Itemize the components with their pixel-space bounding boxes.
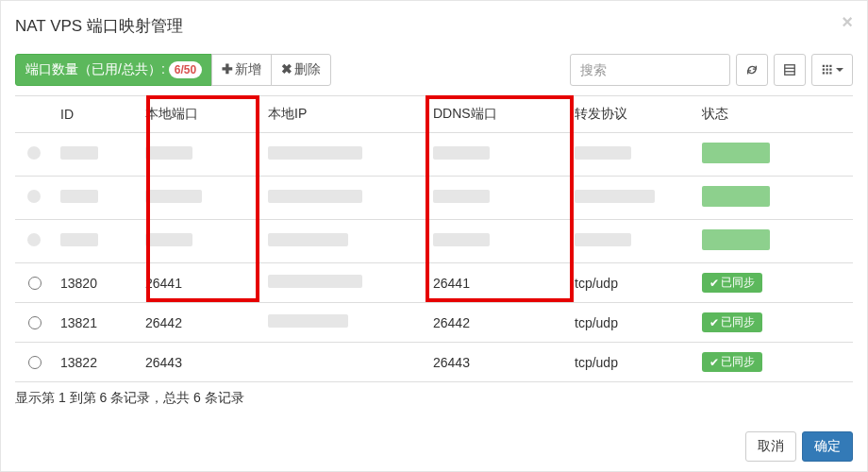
modal-footer: 取消 确定 <box>731 422 867 471</box>
row-radio[interactable] <box>28 316 42 329</box>
columns-button[interactable] <box>774 54 806 86</box>
svg-rect-8 <box>829 69 831 71</box>
svg-rect-9 <box>822 72 824 74</box>
status-badge: ✔已同步 <box>702 312 762 332</box>
table-row[interactable]: 13822 26443 26443 tcp/udp ✔已同步 <box>15 343 853 382</box>
add-label: 新增 <box>235 60 261 79</box>
redacted <box>702 186 770 207</box>
svg-rect-11 <box>829 72 831 74</box>
redacted <box>268 233 348 246</box>
check-icon: ✔ <box>709 356 719 369</box>
cell-protocol: tcp/udp <box>567 263 694 303</box>
caret-down-icon <box>836 66 843 74</box>
svg-rect-0 <box>785 65 795 76</box>
cell-ddns-port: 26441 <box>426 263 567 303</box>
pagination-info: 显示第 1 到第 6 条记录，总共 6 条记录 <box>1 382 867 407</box>
redacted <box>433 233 490 246</box>
redacted <box>268 190 362 203</box>
redacted <box>575 146 631 160</box>
redacted <box>268 314 348 328</box>
cell-ddns-port: 26443 <box>426 343 567 382</box>
cancel-button[interactable]: 取消 <box>745 431 796 462</box>
status-badge: ✔已同步 <box>702 352 762 372</box>
col-local-port[interactable]: 本地端口 <box>138 96 260 133</box>
redacted <box>145 190 202 203</box>
table-row[interactable]: 13821 26442 26442 tcp/udp ✔已同步 <box>15 303 853 343</box>
col-protocol[interactable]: 转发协议 <box>567 96 694 133</box>
row-radio[interactable] <box>28 356 42 369</box>
table-row[interactable] <box>15 177 853 220</box>
toolbar-left: 端口数量（已用/总共）: 6/50 ✚ 新增 ✖ 删除 <box>15 54 331 86</box>
grid-icon <box>822 64 833 76</box>
port-count-badge: 6/50 <box>169 61 202 78</box>
search-input[interactable] <box>570 54 730 86</box>
port-count-label: 端口数量（已用/总共）: <box>25 61 165 78</box>
redacted <box>433 190 490 203</box>
cell-local-port: 26441 <box>138 263 260 303</box>
toolbar-right <box>570 54 853 86</box>
cell-local-port: 26443 <box>138 343 260 382</box>
plus-icon: ✚ <box>222 60 233 79</box>
ok-button[interactable]: 确定 <box>802 431 853 462</box>
toolbar: 端口数量（已用/总共）: 6/50 ✚ 新增 ✖ 删除 <box>1 42 867 95</box>
row-radio[interactable] <box>28 277 42 290</box>
redacted <box>575 233 631 246</box>
redacted <box>702 143 770 163</box>
cell-id: 13820 <box>53 263 138 303</box>
redacted <box>60 146 98 160</box>
svg-rect-4 <box>826 65 827 67</box>
cell-ddns-port: 26442 <box>426 303 567 343</box>
delete-label: 删除 <box>294 60 321 79</box>
refresh-button[interactable] <box>736 54 768 86</box>
redacted <box>27 146 41 160</box>
status-badge: ✔已同步 <box>702 273 762 293</box>
col-local-ip[interactable]: 本地IP <box>260 96 426 133</box>
redacted <box>268 146 362 160</box>
modal-header: NAT VPS 端口映射管理 × <box>1 1 867 37</box>
redacted <box>145 233 192 246</box>
table-body: 13820 26441 26441 tcp/udp ✔已同步 13821 264… <box>15 133 853 382</box>
svg-rect-7 <box>826 69 827 71</box>
modal: NAT VPS 端口映射管理 × 端口数量（已用/总共）: 6/50 ✚ 新增 … <box>0 0 868 472</box>
delete-button[interactable]: ✖ 删除 <box>271 54 331 86</box>
cell-local-ip <box>260 343 426 382</box>
redacted <box>702 229 770 250</box>
status-text: 已同步 <box>721 354 755 370</box>
redacted <box>60 233 98 246</box>
list-icon <box>783 63 796 76</box>
col-ddns-port[interactable]: DDNS端口 <box>426 96 567 133</box>
cell-protocol: tcp/udp <box>567 303 694 343</box>
cell-id: 13822 <box>53 343 138 382</box>
svg-rect-10 <box>826 72 827 74</box>
col-status[interactable]: 状态 <box>694 96 853 133</box>
view-toggle-button[interactable] <box>811 54 853 86</box>
cell-local-port: 26442 <box>138 303 260 343</box>
status-text: 已同步 <box>721 314 755 330</box>
svg-rect-6 <box>822 69 824 71</box>
redacted <box>433 146 490 160</box>
redacted <box>145 146 192 160</box>
col-id[interactable]: ID <box>53 96 138 133</box>
port-table: ID 本地端口 本地IP DDNS端口 转发协议 状态 <box>15 95 853 382</box>
check-icon: ✔ <box>709 277 719 290</box>
table-header-row: ID 本地端口 本地IP DDNS端口 转发协议 状态 <box>15 96 853 133</box>
port-count-button[interactable]: 端口数量（已用/总共）: 6/50 <box>15 54 212 86</box>
check-icon: ✔ <box>709 316 719 329</box>
close-icon[interactable]: × <box>842 12 853 31</box>
redacted <box>27 190 41 203</box>
refresh-icon <box>745 63 759 76</box>
table-row[interactable] <box>15 133 853 177</box>
col-select <box>15 96 53 133</box>
modal-title: NAT VPS 端口映射管理 <box>15 15 183 37</box>
cell-protocol: tcp/udp <box>567 343 694 382</box>
status-text: 已同步 <box>721 275 755 291</box>
redacted <box>60 190 98 203</box>
redacted <box>268 275 362 288</box>
x-icon: ✖ <box>281 60 292 79</box>
redacted <box>575 190 655 203</box>
add-button[interactable]: ✚ 新增 <box>211 54 272 86</box>
svg-rect-5 <box>829 65 831 67</box>
table-row[interactable] <box>15 220 853 263</box>
cell-id: 13821 <box>53 303 138 343</box>
table-row[interactable]: 13820 26441 26441 tcp/udp ✔已同步 <box>15 263 853 303</box>
